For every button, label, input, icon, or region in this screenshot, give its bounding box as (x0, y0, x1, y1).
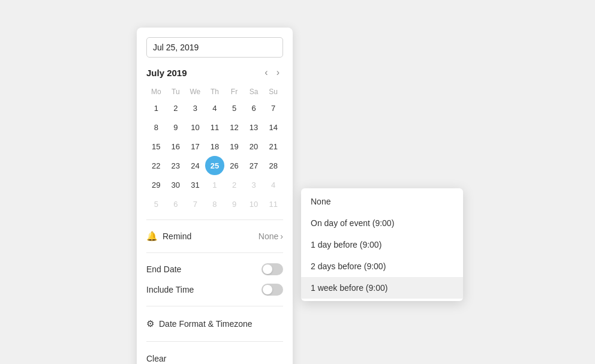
reminder-dropdown-menu: NoneOn day of event (9:00)1 day before (… (301, 188, 463, 301)
day-header: Tu (166, 85, 186, 98)
calendar-day[interactable]: 15 (146, 137, 166, 156)
remind-label: Remind (163, 231, 191, 241)
calendar-day[interactable]: 1 (205, 175, 225, 194)
calendar-day[interactable]: 7 (263, 98, 283, 118)
calendar-day[interactable]: 7 (185, 194, 205, 213)
include-time-label: Include Time (146, 285, 194, 294)
clear-button[interactable]: Clear (146, 348, 283, 364)
calendar-day[interactable]: 4 (263, 175, 283, 194)
calendar-day[interactable]: 16 (166, 137, 186, 156)
calendar-day[interactable]: 28 (263, 156, 283, 175)
calendar-day[interactable]: 19 (224, 137, 244, 156)
calendar-day[interactable]: 9 (166, 118, 186, 137)
day-header: Sa (244, 85, 264, 98)
divider-2 (146, 252, 283, 253)
calendar-day[interactable]: 11 (263, 194, 283, 213)
calendar-day[interactable]: 3 (185, 98, 205, 118)
calendar-grid: MoTuWeThFrSaSu 1234567891011121314151617… (146, 85, 283, 213)
gear-icon: ⚙ (146, 318, 154, 329)
calendar-day[interactable]: 23 (166, 156, 186, 175)
calendar-day[interactable]: 1 (146, 98, 166, 118)
calendar-day[interactable]: 20 (244, 137, 264, 156)
end-date-toggle[interactable] (262, 263, 283, 275)
calendar-day[interactable]: 17 (185, 137, 205, 156)
calendar-day[interactable]: 18 (205, 137, 225, 156)
end-date-label: End Date (146, 264, 181, 274)
dropdown-item[interactable]: 2 days before (9:00) (301, 255, 463, 277)
day-header: We (185, 85, 205, 98)
remind-icon: 🔔 (146, 231, 158, 242)
calendar-panel: July 2019 ‹ › MoTuWeThFrSaSu 12345678910… (137, 28, 293, 364)
dropdown-item[interactable]: 1 day before (9:00) (301, 234, 463, 255)
divider-3 (146, 306, 283, 306)
calendar-day[interactable]: 3 (244, 175, 264, 194)
calendar-day[interactable]: 2 (166, 98, 186, 118)
calendar-day[interactable]: 6 (166, 194, 186, 213)
calendar-day[interactable]: 11 (205, 118, 225, 137)
dropdown-item[interactable]: On day of event (9:00) (301, 212, 463, 234)
month-label: July 2019 (146, 68, 187, 78)
calendar-day[interactable]: 22 (146, 156, 166, 175)
calendar-day[interactable]: 8 (205, 194, 225, 213)
calendar-day[interactable]: 14 (263, 118, 283, 137)
calendar-day[interactable]: 5 (224, 98, 244, 118)
divider-1 (146, 219, 283, 220)
calendar-day[interactable]: 5 (146, 194, 166, 213)
calendar-day[interactable]: 13 (244, 118, 264, 137)
calendar-day[interactable]: 25 (205, 156, 225, 175)
date-format-row[interactable]: ⚙ Date Format & Timezone (146, 312, 283, 335)
calendar-day[interactable]: 8 (146, 118, 166, 137)
end-date-row: End Date (146, 259, 283, 279)
remind-dropdown[interactable]: None › (259, 231, 283, 241)
day-header: Fr (224, 85, 244, 98)
calendar-day[interactable]: 26 (224, 156, 244, 175)
prev-month-button[interactable]: ‹ (261, 66, 271, 79)
day-header: Su (263, 85, 283, 98)
calendar-day[interactable]: 27 (244, 156, 264, 175)
calendar-day[interactable]: 10 (185, 118, 205, 137)
calendar-day[interactable]: 9 (224, 194, 244, 213)
next-month-button[interactable]: › (273, 66, 283, 79)
include-time-toggle[interactable] (262, 284, 283, 296)
dropdown-item[interactable]: None (301, 191, 463, 212)
day-header: Mo (146, 85, 166, 98)
calendar-day[interactable]: 10 (244, 194, 264, 213)
remind-row: 🔔 Remind None › (146, 226, 283, 246)
day-header: Th (205, 85, 225, 98)
calendar-day[interactable]: 6 (244, 98, 264, 118)
divider-4 (146, 341, 283, 342)
date-format-label: Date Format & Timezone (159, 319, 253, 329)
nav-group: ‹ › (261, 66, 283, 79)
dropdown-item[interactable]: 1 week before (9:00) (301, 277, 463, 299)
calendar-day[interactable]: 30 (166, 175, 186, 194)
calendar-day[interactable]: 24 (185, 156, 205, 175)
calendar-day[interactable]: 12 (224, 118, 244, 137)
remind-value: None (259, 231, 278, 241)
calendar-day[interactable]: 21 (263, 137, 283, 156)
calendar-day[interactable]: 29 (146, 175, 166, 194)
include-time-row: Include Time (146, 279, 283, 300)
calendar-day[interactable]: 4 (205, 98, 225, 118)
chevron-down-icon: › (280, 231, 283, 241)
calendar-day[interactable]: 31 (185, 175, 205, 194)
calendar-header: July 2019 ‹ › (146, 66, 283, 79)
calendar-day[interactable]: 2 (224, 175, 244, 194)
date-input[interactable] (146, 37, 283, 58)
remind-left: 🔔 Remind (146, 231, 191, 242)
